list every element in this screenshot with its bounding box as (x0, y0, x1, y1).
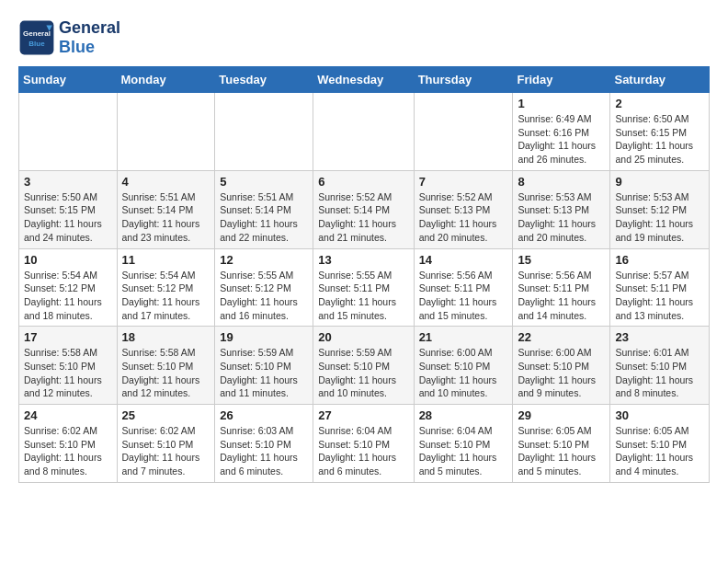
day-detail: Sunrise: 5:58 AM Sunset: 5:10 PM Dayligh… (24, 346, 112, 400)
day-number: 22 (518, 330, 605, 344)
day-number: 24 (24, 408, 112, 422)
day-number: 3 (24, 175, 112, 189)
day-detail: Sunrise: 6:49 AM Sunset: 6:16 PM Dayligh… (518, 112, 605, 167)
day-cell: 5Sunrise: 5:51 AM Sunset: 5:14 PM Daylig… (215, 170, 313, 248)
day-number: 4 (122, 175, 210, 189)
day-cell: 1Sunrise: 6:49 AM Sunset: 6:16 PM Daylig… (513, 93, 610, 171)
day-cell: 20Sunrise: 5:59 AM Sunset: 5:10 PM Dayli… (313, 327, 414, 405)
day-header-wednesday: Wednesday (313, 67, 414, 93)
day-cell: 26Sunrise: 6:03 AM Sunset: 5:10 PM Dayli… (215, 405, 313, 483)
day-header-thursday: Thursday (414, 67, 513, 93)
day-detail: Sunrise: 6:02 AM Sunset: 5:10 PM Dayligh… (24, 424, 112, 478)
day-cell: 17Sunrise: 5:58 AM Sunset: 5:10 PM Dayli… (19, 327, 118, 405)
day-detail: Sunrise: 5:50 AM Sunset: 5:15 PM Dayligh… (24, 190, 112, 245)
day-cell (19, 93, 118, 171)
day-header-friday: Friday (513, 67, 610, 93)
day-detail: Sunrise: 6:01 AM Sunset: 5:10 PM Dayligh… (615, 346, 704, 400)
day-cell: 7Sunrise: 5:52 AM Sunset: 5:13 PM Daylig… (414, 170, 513, 248)
day-detail: Sunrise: 5:56 AM Sunset: 5:11 PM Dayligh… (518, 269, 605, 323)
day-number: 18 (122, 330, 210, 344)
day-number: 16 (615, 253, 704, 267)
day-number: 28 (419, 408, 508, 422)
day-detail: Sunrise: 6:05 AM Sunset: 5:10 PM Dayligh… (518, 424, 605, 478)
day-detail: Sunrise: 5:53 AM Sunset: 5:13 PM Dayligh… (518, 190, 605, 245)
day-number: 26 (220, 408, 308, 422)
days-header-row: SundayMondayTuesdayWednesdayThursdayFrid… (19, 67, 710, 93)
day-number: 30 (615, 408, 704, 422)
day-detail: Sunrise: 6:05 AM Sunset: 5:10 PM Dayligh… (615, 424, 704, 478)
day-detail: Sunrise: 5:59 AM Sunset: 5:10 PM Dayligh… (318, 346, 408, 400)
day-detail: Sunrise: 6:00 AM Sunset: 5:10 PM Dayligh… (419, 346, 508, 400)
day-detail: Sunrise: 5:52 AM Sunset: 5:13 PM Dayligh… (419, 190, 508, 245)
day-detail: Sunrise: 6:50 AM Sunset: 6:15 PM Dayligh… (615, 112, 704, 167)
day-number: 14 (419, 253, 508, 267)
day-number: 6 (318, 175, 408, 189)
day-header-monday: Monday (117, 67, 215, 93)
day-detail: Sunrise: 5:59 AM Sunset: 5:10 PM Dayligh… (220, 346, 308, 400)
day-number: 5 (220, 175, 308, 189)
day-cell: 28Sunrise: 6:04 AM Sunset: 5:10 PM Dayli… (414, 405, 513, 483)
day-number: 27 (318, 408, 408, 422)
day-detail: Sunrise: 5:53 AM Sunset: 5:12 PM Dayligh… (615, 190, 704, 245)
day-number: 10 (24, 253, 112, 267)
day-number: 23 (615, 330, 704, 344)
day-number: 21 (419, 330, 508, 344)
day-cell (414, 93, 513, 171)
day-cell: 2Sunrise: 6:50 AM Sunset: 6:15 PM Daylig… (610, 93, 710, 171)
day-cell: 9Sunrise: 5:53 AM Sunset: 5:12 PM Daylig… (610, 170, 710, 248)
day-cell: 4Sunrise: 5:51 AM Sunset: 5:14 PM Daylig… (117, 170, 215, 248)
week-row-4: 17Sunrise: 5:58 AM Sunset: 5:10 PM Dayli… (19, 327, 710, 405)
day-cell: 24Sunrise: 6:02 AM Sunset: 5:10 PM Dayli… (19, 405, 118, 483)
day-cell: 18Sunrise: 5:58 AM Sunset: 5:10 PM Dayli… (117, 327, 215, 405)
logo: General Blue GeneralBlue (18, 18, 120, 57)
day-number: 1 (518, 97, 605, 110)
day-detail: Sunrise: 6:03 AM Sunset: 5:10 PM Dayligh… (220, 424, 308, 478)
day-detail: Sunrise: 6:04 AM Sunset: 5:10 PM Dayligh… (318, 424, 408, 478)
day-cell: 21Sunrise: 6:00 AM Sunset: 5:10 PM Dayli… (414, 327, 513, 405)
day-header-saturday: Saturday (610, 67, 710, 93)
header: General Blue GeneralBlue (18, 18, 710, 57)
day-cell (215, 93, 313, 171)
day-cell: 29Sunrise: 6:05 AM Sunset: 5:10 PM Dayli… (513, 405, 610, 483)
day-detail: Sunrise: 5:51 AM Sunset: 5:14 PM Dayligh… (122, 190, 210, 245)
day-header-tuesday: Tuesday (215, 67, 313, 93)
day-header-sunday: Sunday (19, 67, 118, 93)
day-detail: Sunrise: 6:04 AM Sunset: 5:10 PM Dayligh… (419, 424, 508, 478)
day-number: 25 (122, 408, 210, 422)
day-detail: Sunrise: 6:02 AM Sunset: 5:10 PM Dayligh… (122, 424, 210, 478)
day-number: 15 (518, 253, 605, 267)
week-row-1: 1Sunrise: 6:49 AM Sunset: 6:16 PM Daylig… (19, 93, 710, 171)
day-cell: 10Sunrise: 5:54 AM Sunset: 5:12 PM Dayli… (19, 248, 118, 327)
week-row-3: 10Sunrise: 5:54 AM Sunset: 5:12 PM Dayli… (19, 248, 710, 327)
day-number: 11 (122, 253, 210, 267)
day-number: 20 (318, 330, 408, 344)
day-cell: 6Sunrise: 5:52 AM Sunset: 5:14 PM Daylig… (313, 170, 414, 248)
day-number: 17 (24, 330, 112, 344)
day-detail: Sunrise: 6:00 AM Sunset: 5:10 PM Dayligh… (518, 346, 605, 400)
day-cell: 3Sunrise: 5:50 AM Sunset: 5:15 PM Daylig… (19, 170, 118, 248)
week-row-5: 24Sunrise: 6:02 AM Sunset: 5:10 PM Dayli… (19, 405, 710, 483)
day-number: 19 (220, 330, 308, 344)
day-cell: 12Sunrise: 5:55 AM Sunset: 5:12 PM Dayli… (215, 248, 313, 327)
day-detail: Sunrise: 5:52 AM Sunset: 5:14 PM Dayligh… (318, 190, 408, 245)
day-cell: 23Sunrise: 6:01 AM Sunset: 5:10 PM Dayli… (610, 327, 710, 405)
day-cell: 25Sunrise: 6:02 AM Sunset: 5:10 PM Dayli… (117, 405, 215, 483)
day-cell (313, 93, 414, 171)
day-cell (117, 93, 215, 171)
day-cell: 30Sunrise: 6:05 AM Sunset: 5:10 PM Dayli… (610, 405, 710, 483)
logo-icon: General Blue (18, 19, 55, 56)
svg-text:General: General (23, 29, 51, 38)
day-number: 2 (615, 97, 704, 110)
day-detail: Sunrise: 5:55 AM Sunset: 5:12 PM Dayligh… (220, 269, 308, 323)
day-number: 13 (318, 253, 408, 267)
day-detail: Sunrise: 5:54 AM Sunset: 5:12 PM Dayligh… (24, 269, 112, 323)
day-number: 12 (220, 253, 308, 267)
day-cell: 14Sunrise: 5:56 AM Sunset: 5:11 PM Dayli… (414, 248, 513, 327)
day-cell: 8Sunrise: 5:53 AM Sunset: 5:13 PM Daylig… (513, 170, 610, 248)
week-row-2: 3Sunrise: 5:50 AM Sunset: 5:15 PM Daylig… (19, 170, 710, 248)
day-number: 7 (419, 175, 508, 189)
day-number: 8 (518, 175, 605, 189)
day-number: 9 (615, 175, 704, 189)
day-cell: 19Sunrise: 5:59 AM Sunset: 5:10 PM Dayli… (215, 327, 313, 405)
day-cell: 27Sunrise: 6:04 AM Sunset: 5:10 PM Dayli… (313, 405, 414, 483)
